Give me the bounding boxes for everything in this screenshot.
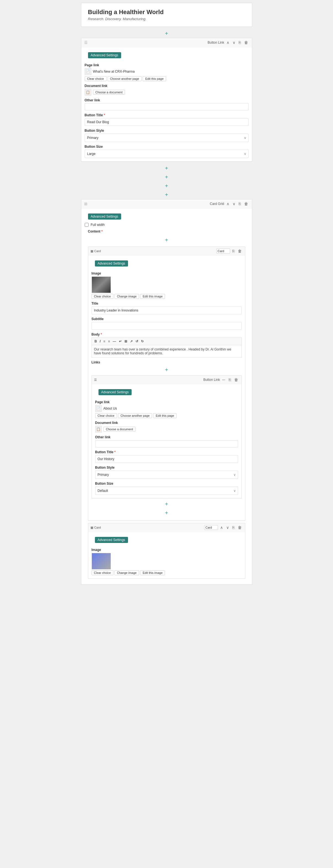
- card-2-change-image-btn[interactable]: Change image: [114, 570, 139, 575]
- block-body-1: Advanced Settings Page link 📄 What's New…: [81, 47, 252, 161]
- add-button-2[interactable]: +: [165, 165, 168, 171]
- card-1-copy-btn[interactable]: ⎘: [231, 248, 236, 254]
- toolbar-ul[interactable]: ≡: [102, 339, 106, 344]
- card-1-edit-image-btn[interactable]: Edit this image: [140, 294, 165, 299]
- inner-clear-choice-btn[interactable]: Clear choice: [95, 413, 117, 418]
- card-1-change-image-btn[interactable]: Change image: [114, 294, 139, 299]
- inner-btn-size-select[interactable]: Default Large Small: [95, 487, 238, 495]
- inner-add-row-2[interactable]: +: [92, 508, 242, 517]
- toolbar-italic[interactable]: I: [99, 339, 102, 344]
- inner-btn-title-input[interactable]: [95, 455, 238, 463]
- card-grid-delete-btn[interactable]: 🗑: [243, 201, 249, 207]
- card-2-copy-btn[interactable]: ⎘: [231, 525, 236, 530]
- button-title-input-1[interactable]: [85, 118, 248, 126]
- other-link-input-1[interactable]: [85, 103, 248, 111]
- card-2-advanced-btn[interactable]: Advanced Settings: [95, 537, 128, 543]
- card-2-delete-btn[interactable]: 🗑: [237, 525, 243, 530]
- add-row-2[interactable]: +: [81, 164, 252, 173]
- content-add-btn-1[interactable]: +: [165, 237, 168, 243]
- edit-page-btn-1[interactable]: Edit this page: [143, 76, 166, 81]
- inner-add-btn-1[interactable]: +: [165, 501, 168, 507]
- choose-another-btn-1[interactable]: Choose another page: [108, 76, 142, 81]
- page-link-text-1: What's New at CRX-Pharma: [93, 70, 135, 73]
- toolbar-ol[interactable]: ≡: [107, 339, 111, 344]
- clear-choice-btn-1[interactable]: Clear choice: [85, 76, 106, 81]
- add-row-5[interactable]: +: [81, 190, 252, 199]
- card-1-clear-choice-btn[interactable]: Clear choice: [92, 294, 113, 299]
- card-1-calendar-icon: ▦: [91, 249, 93, 253]
- card-1-type-select[interactable]: Card: [216, 249, 230, 253]
- inner-btn-title-label: Button Title *: [95, 450, 238, 454]
- card-2-chevron-up[interactable]: ∧: [219, 525, 224, 530]
- links-add-row[interactable]: +: [92, 365, 242, 374]
- card-grid-chevron-down[interactable]: ∨: [231, 201, 236, 207]
- content-add-row-1[interactable]: +: [88, 236, 245, 244]
- add-row-1[interactable]: +: [81, 29, 252, 38]
- chevron-down-btn-1[interactable]: ∨: [231, 40, 236, 45]
- advanced-settings-btn-1[interactable]: Advanced Settings: [88, 52, 121, 58]
- card-grid-drag-handle[interactable]: ⊞: [84, 202, 88, 206]
- toolbar-table[interactable]: ⊞: [123, 339, 128, 344]
- inner-btn-delete[interactable]: 🗑: [233, 377, 239, 382]
- inner-btn-advanced[interactable]: Advanced Settings: [99, 389, 132, 395]
- card-1-subtitle-input[interactable]: [92, 322, 242, 330]
- inner-doc-link-label: Document link: [95, 421, 238, 425]
- delete-btn-1[interactable]: 🗑: [243, 40, 249, 45]
- inner-add-btn-2[interactable]: +: [165, 510, 168, 516]
- inner-btn-link-type: ☰: [94, 378, 97, 382]
- button-size-select-1[interactable]: Large Default Small: [85, 150, 248, 158]
- full-width-label: Full width: [91, 223, 105, 227]
- inner-other-link-input[interactable]: [95, 440, 238, 447]
- full-width-checkbox[interactable]: [85, 223, 89, 227]
- links-add-btn[interactable]: +: [165, 367, 168, 373]
- inner-btn-style-select[interactable]: Primary Secondary: [95, 471, 238, 479]
- card-2-type-select[interactable]: Card: [204, 525, 218, 530]
- card-1-image-label: Image: [92, 272, 242, 275]
- card-1-body-toolbar: B I ≡ ≡ — ↵ ⊞ ↗ ↺ ↻: [92, 338, 242, 345]
- choose-doc-btn-1[interactable]: Choose a document: [93, 90, 125, 95]
- button-style-select-1[interactable]: Primary Secondary Outline: [85, 134, 248, 142]
- toolbar-undo[interactable]: ↺: [134, 339, 139, 344]
- add-button-4[interactable]: +: [165, 183, 168, 189]
- card-grid-advanced-btn[interactable]: Advanced Settings: [88, 214, 121, 220]
- card-2-clear-choice-btn[interactable]: Clear choice: [92, 570, 113, 575]
- card-1-body-required: *: [101, 333, 102, 336]
- toolbar-hr[interactable]: —: [112, 339, 117, 344]
- inner-btn-link-handle[interactable]: ☰: [94, 378, 97, 382]
- inner-page-icon: 📄: [95, 405, 102, 412]
- drag-handle-1[interactable]: ☰: [84, 40, 88, 45]
- card-grid-header: ⊞ Card Grid ∧ ∨ ⎘ 🗑: [81, 199, 252, 209]
- card-grid-chevron-up[interactable]: ∧: [225, 201, 230, 207]
- toolbar-redo[interactable]: ↻: [140, 339, 145, 344]
- inner-btn-copy[interactable]: ⎘: [228, 377, 232, 382]
- add-button-5[interactable]: +: [165, 192, 168, 197]
- copy-btn-1[interactable]: ⎘: [237, 40, 242, 45]
- toolbar-bold[interactable]: B: [94, 339, 98, 344]
- inner-choose-another-btn[interactable]: Choose another page: [118, 413, 152, 418]
- inner-choose-doc-btn[interactable]: Choose a document: [103, 427, 135, 432]
- add-row-4[interactable]: +: [81, 181, 252, 190]
- inner-edit-page-btn[interactable]: Edit this page: [153, 413, 176, 418]
- add-row-3[interactable]: +: [81, 173, 252, 181]
- card-2-edit-image-btn[interactable]: Edit this image: [140, 570, 165, 575]
- card-1-title-input[interactable]: [92, 307, 242, 314]
- toolbar-enter[interactable]: ↵: [118, 339, 123, 344]
- add-button-1[interactable]: +: [165, 31, 168, 36]
- content-required-star: *: [100, 229, 103, 234]
- inner-page-link-text: About Us: [103, 406, 117, 410]
- card-1-title-label: Title: [92, 302, 242, 305]
- card-2-body: Advanced Settings Image Clear choice Cha…: [88, 532, 245, 579]
- inner-add-row-1[interactable]: +: [92, 500, 242, 508]
- card-1-advanced-btn[interactable]: Advanced Settings: [95, 260, 128, 267]
- card-2-chevron-down[interactable]: ∨: [225, 525, 230, 530]
- inner-btn-link-body: Advanced Settings Page link 📄 About Us C…: [92, 384, 241, 498]
- add-button-3[interactable]: +: [165, 174, 168, 180]
- toolbar-link[interactable]: ↗: [129, 339, 134, 344]
- hero-subtitle: Research. Discovery. Manufacturing.: [88, 17, 245, 21]
- inner-page-link-label: Page link: [95, 400, 238, 404]
- card-grid-copy-btn[interactable]: ⎘: [237, 201, 242, 207]
- card-grid-type-label: Card Grid: [210, 202, 224, 206]
- card-1-body-text[interactable]: Our research team has over a century of …: [92, 345, 242, 358]
- chevron-up-btn-1[interactable]: ∧: [225, 40, 230, 45]
- card-1-delete-btn[interactable]: 🗑: [237, 248, 243, 254]
